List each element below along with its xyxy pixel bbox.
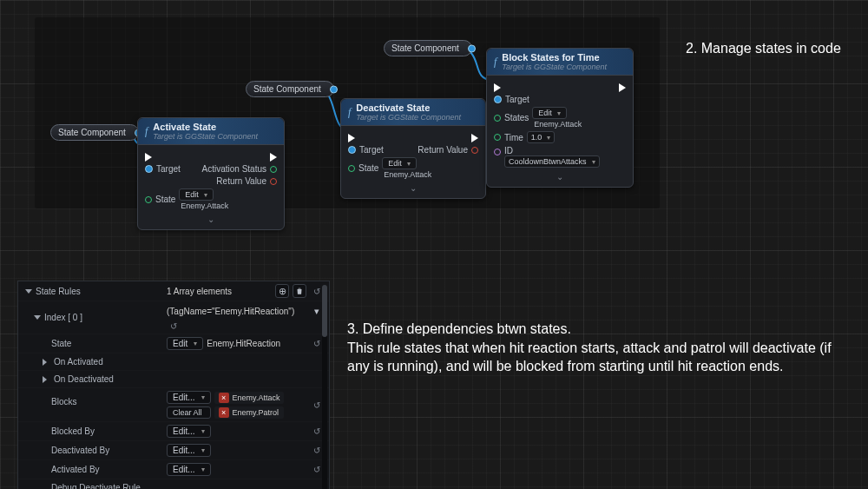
- var-node-label: State Component: [58, 128, 126, 137]
- node-subtitle: Target is GGState Component: [356, 113, 461, 122]
- state-edit-dropdown[interactable]: Edit: [167, 337, 203, 350]
- state-value: Enemy.Attack: [179, 202, 228, 210]
- block-tag-enemy-attack: ×Enemy.Attack: [214, 392, 285, 404]
- exec-in-pin[interactable]: [348, 134, 355, 142]
- output-pin[interactable]: [468, 44, 476, 52]
- on-deactivated-row: On Deactivated: [54, 374, 114, 384]
- time-value-input[interactable]: 1.0: [527, 131, 556, 143]
- time-pin[interactable]: [494, 134, 501, 141]
- state-rules-header: State Rules: [36, 287, 81, 296]
- blocked-by-row-label: Blocked By: [51, 426, 95, 436]
- target-label: Target: [359, 145, 384, 155]
- expand-node-chevron-icon[interactable]: ⌄: [145, 213, 277, 224]
- function-icon: f: [145, 125, 148, 138]
- expand-node-chevron-icon[interactable]: ⌄: [494, 170, 626, 182]
- state-value: Enemy.Attack: [382, 170, 431, 179]
- state-tag-value: Enemy.HitReaction: [207, 339, 280, 348]
- target-label: Target: [156, 164, 181, 174]
- return-value-pin[interactable]: [471, 147, 478, 154]
- annotation-define-dependencies: 3. Define dependencies btwn states. This…: [347, 320, 851, 376]
- id-label: ID: [504, 146, 513, 155]
- states-value: Enemy.Attack: [532, 120, 582, 129]
- var-node-label: State Component: [391, 43, 459, 53]
- node-title: Activate State: [153, 122, 216, 132]
- state-label: State: [155, 195, 175, 204]
- state-component-var-node-3[interactable]: State Component: [384, 40, 472, 56]
- exec-out-pin[interactable]: [619, 83, 626, 92]
- add-element-button[interactable]: ⊕: [275, 284, 289, 298]
- tag-text: Enemy.Attack: [233, 393, 280, 402]
- trash-icon: [295, 287, 304, 295]
- node-subtitle: Target is GGState Component: [153, 132, 258, 141]
- clear-all-button[interactable]: Clear All: [167, 406, 211, 419]
- activated-by-row-label: Activated By: [51, 465, 100, 474]
- state-edit-dropdown[interactable]: Edit: [382, 157, 417, 169]
- deactivated-by-row-label: Deactivated By: [51, 446, 109, 455]
- tag-text: Enemy.Patrol: [233, 408, 279, 417]
- debug-deactivate-rule-row: Debug Deactivate Rule: [51, 483, 141, 489]
- deactivate-state-node[interactable]: f Deactivate State Target is GGState Com…: [340, 98, 486, 199]
- exec-in-pin[interactable]: [494, 83, 501, 92]
- var-node-label: State Component: [253, 84, 321, 94]
- exec-out-pin[interactable]: [471, 134, 478, 142]
- state-pin[interactable]: [145, 196, 152, 203]
- deactivated-by-edit-dropdown[interactable]: Edit...: [167, 444, 211, 457]
- array-count-label: 1 Array elements: [167, 287, 232, 296]
- exec-out-pin[interactable]: [270, 153, 277, 162]
- time-label: Time: [504, 133, 523, 142]
- on-activated-row: On Activated: [54, 357, 103, 367]
- id-value-input[interactable]: CooldownBtwnAttacks: [504, 155, 600, 168]
- node-title: Deactivate State: [356, 102, 430, 113]
- expand-caret-icon[interactable]: [34, 315, 41, 320]
- tag-expression: (TagName="Enemy.HitReaction"): [167, 307, 294, 316]
- node-header[interactable]: f Block States for Time Target is GGStat…: [487, 49, 633, 76]
- remove-tag-button[interactable]: ×: [219, 407, 229, 418]
- states-edit-dropdown[interactable]: Edit: [532, 107, 567, 119]
- activation-status-label: Activation Status: [202, 164, 266, 174]
- target-label: Target: [505, 95, 529, 104]
- target-pin[interactable]: [494, 96, 502, 103]
- return-value-label: Return Value: [216, 176, 266, 186]
- expand-caret-icon[interactable]: [43, 359, 50, 366]
- function-icon: f: [348, 106, 351, 119]
- annotation-manage-states: 2. Manage states in code: [686, 39, 841, 58]
- remove-tag-button[interactable]: ×: [219, 393, 229, 403]
- reset-to-default-icon[interactable]: ↺: [167, 321, 181, 331]
- output-pin[interactable]: [330, 85, 338, 93]
- activate-state-node[interactable]: f Activate State Target is GGState Compo…: [137, 117, 285, 230]
- states-pin[interactable]: [494, 115, 501, 122]
- state-component-var-node-1[interactable]: State Component: [50, 124, 139, 141]
- activated-by-edit-dropdown[interactable]: Edit...: [167, 463, 211, 476]
- state-pin[interactable]: [348, 165, 355, 172]
- activation-status-pin[interactable]: [270, 166, 277, 173]
- index-label: Index [ 0 ]: [44, 313, 82, 322]
- return-value-label: Return Value: [418, 145, 468, 155]
- exec-in-pin[interactable]: [145, 153, 152, 162]
- state-edit-dropdown[interactable]: Edit: [179, 188, 214, 201]
- target-pin[interactable]: [145, 165, 153, 173]
- delete-element-button[interactable]: [293, 284, 306, 298]
- node-title: Block States for Time: [502, 52, 599, 63]
- states-label: States: [504, 113, 529, 122]
- blocks-edit-dropdown[interactable]: Edit...: [167, 391, 211, 404]
- block-tag-enemy-patrol: ×Enemy.Patrol: [214, 406, 285, 419]
- expand-caret-icon[interactable]: [43, 376, 50, 383]
- blueprint-graph-canvas[interactable]: State Component State Component State Co…: [35, 17, 660, 208]
- state-label: State: [358, 163, 378, 173]
- id-pin[interactable]: [494, 149, 501, 155]
- target-pin[interactable]: [348, 146, 356, 154]
- return-value-pin[interactable]: [270, 178, 277, 185]
- expand-caret-icon[interactable]: [25, 289, 32, 294]
- expand-node-chevron-icon[interactable]: ⌄: [348, 182, 478, 193]
- state-row-label: State: [51, 339, 71, 348]
- node-header[interactable]: f Deactivate State Target is GGState Com…: [341, 99, 485, 126]
- blocks-row-label: Blocks: [51, 397, 76, 406]
- state-component-var-node-2[interactable]: State Component: [246, 81, 334, 97]
- scrollbar-thumb[interactable]: [322, 285, 327, 337]
- block-states-for-time-node[interactable]: f Block States for Time Target is GGStat…: [486, 48, 634, 188]
- details-panel: State Rules 1 Array elements ⊕ ↺ Index […: [17, 281, 330, 489]
- annotation-line-2: This rule states that when hit reaction …: [347, 340, 832, 374]
- node-subtitle: Target is GGState Component: [502, 63, 607, 71]
- blocked-by-edit-dropdown[interactable]: Edit...: [167, 425, 211, 438]
- node-header[interactable]: f Activate State Target is GGState Compo…: [138, 118, 284, 145]
